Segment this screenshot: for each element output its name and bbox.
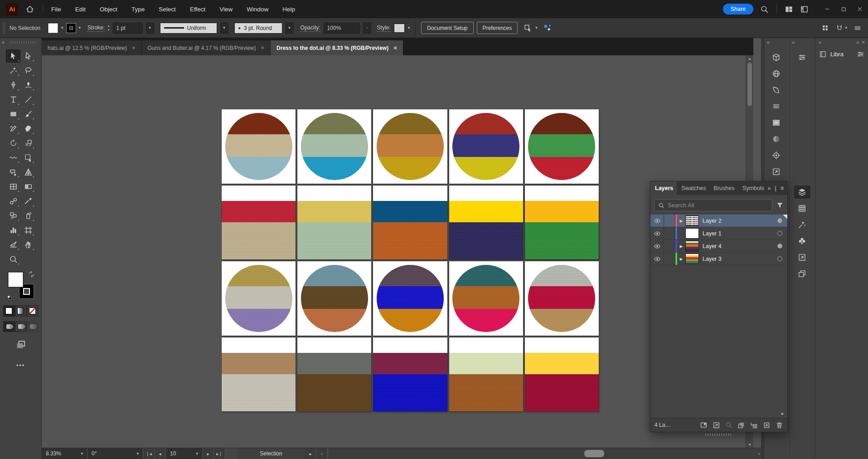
fill-color-swatch[interactable] [48, 23, 58, 33]
layer-thumbnail[interactable] [685, 241, 699, 251]
expand-chevrons[interactable]: » [856, 39, 859, 45]
layer-row-layer-3[interactable]: ▶Layer 3 [650, 253, 787, 265]
expand-dock-chevrons[interactable]: « [792, 39, 795, 45]
draw-inside-button[interactable] [27, 321, 39, 332]
panel-icon-magic-wand[interactable] [794, 218, 810, 231]
tool-mesh[interactable] [6, 181, 20, 193]
expand-chevrons[interactable]: » [768, 185, 771, 191]
lock-toggle-cell[interactable] [664, 253, 675, 265]
menu-view[interactable]: View [219, 6, 233, 13]
tool-zoom[interactable] [6, 253, 20, 265]
artboard-cell-r2-c1[interactable] [222, 186, 296, 260]
chevron-down-icon[interactable]: ▾ [408, 26, 410, 30]
scroll-up-icon[interactable]: ▴ [746, 56, 753, 61]
panel-tab-brushes[interactable]: Brushes [709, 181, 738, 195]
preferences-button[interactable]: Preferences [477, 22, 518, 34]
artboard-cell-r3-c2[interactable] [297, 261, 371, 336]
tool-blend[interactable] [6, 195, 20, 207]
chevron-down-icon[interactable]: ▾ [286, 23, 294, 34]
menu-object[interactable]: Object [100, 6, 117, 13]
lock-toggle-cell[interactable] [664, 215, 675, 227]
panel-menu-icon[interactable] [853, 24, 862, 32]
artboard-cell-r1-c4[interactable] [449, 109, 523, 184]
layer-thumbnail[interactable] [685, 254, 699, 264]
scroll-left-icon[interactable]: ‹ [316, 448, 328, 459]
lock-toggle-cell[interactable] [664, 240, 675, 252]
panel-icon-swatch-grid[interactable] [794, 202, 810, 215]
arrange-documents-icon[interactable] [785, 5, 793, 14]
visibility-eye-icon[interactable] [650, 253, 664, 265]
expand-chevron-icon[interactable]: ▶ [677, 219, 685, 223]
layer-row-layer-2[interactable]: ▶Layer 2 [650, 215, 787, 227]
tool-slice[interactable] [6, 239, 20, 251]
panel-icon-sphere[interactable] [768, 132, 785, 146]
tool-direct-selection[interactable] [21, 50, 35, 62]
brush-definition-field[interactable]: ● 3 pt. Round [234, 23, 282, 34]
current-tool-indicator[interactable]: Selection [237, 448, 305, 459]
panel-icon-symbols-clover[interactable] [794, 234, 810, 248]
tool-line-segment[interactable] [21, 93, 35, 106]
none-button[interactable] [27, 305, 39, 317]
status-flyout-button[interactable]: ▸ [305, 448, 316, 459]
target-circle[interactable] [777, 256, 782, 261]
menu-type[interactable]: Type [131, 6, 145, 13]
tool-scale[interactable] [21, 137, 35, 149]
expand-dock-chevrons[interactable]: « [767, 39, 770, 45]
tool-rectangle[interactable] [6, 108, 20, 120]
menu-edit[interactable]: Edit [75, 6, 86, 13]
chevron-down-icon[interactable]: ▾ [61, 26, 63, 30]
artboard-cell-r2-c4[interactable] [449, 186, 523, 260]
gradient-button[interactable] [15, 305, 27, 317]
panel-icon-artboards-overlap[interactable] [794, 267, 810, 280]
last-artboard-button[interactable]: ▸❘ [214, 448, 225, 459]
vertical-scroll-thumb[interactable] [747, 63, 752, 106]
stroke-weight-stepper[interactable]: ▴▾ [108, 24, 110, 31]
tool-eraser[interactable] [21, 122, 35, 135]
tool-free-transform[interactable] [21, 151, 35, 164]
tab-close-icon[interactable]: × [393, 44, 397, 51]
tool-curvature[interactable] [21, 79, 35, 91]
document-tab[interactable]: Guns and Butter.ai @ 4.17 % (RGB/Preview… [142, 40, 271, 55]
tool-symbols[interactable] [6, 210, 20, 222]
target-circle[interactable] [777, 244, 782, 249]
draw-behind-button[interactable] [15, 321, 27, 332]
workspace-switcher-icon[interactable] [800, 5, 809, 14]
swap-fill-stroke-icon[interactable] [28, 271, 35, 278]
home-icon[interactable] [25, 5, 34, 14]
tool-shaper[interactable] [6, 122, 20, 135]
menu-help[interactable]: Help [282, 6, 295, 13]
horizontal-scroll-thumb[interactable] [584, 450, 604, 457]
isolate-selection-icon[interactable] [524, 24, 532, 32]
target-circle[interactable] [777, 231, 782, 236]
tool-graph[interactable] [6, 224, 20, 236]
chevron-down-icon[interactable]: ▾ [146, 23, 154, 34]
canvas[interactable]: ▴ ▾ [42, 55, 753, 448]
style-label[interactable]: Style: [377, 24, 391, 32]
opacity-flyout-arrow[interactable]: › [363, 23, 371, 34]
width-profile-field[interactable]: Uniform [160, 23, 217, 34]
artboard-cell-r1-c1[interactable] [222, 109, 296, 184]
export-selection-icon[interactable] [713, 421, 720, 429]
snap-options[interactable]: ▾ [835, 24, 847, 32]
artboard-cell-r2-c3[interactable] [373, 186, 447, 260]
panel-icon-image[interactable] [768, 116, 785, 129]
menu-effect[interactable]: Effect [190, 6, 205, 13]
collapse-panel-chevrons[interactable]: « [2, 39, 5, 45]
tool-pen[interactable] [6, 79, 20, 91]
layer-thumbnail[interactable] [685, 215, 699, 226]
previous-artboard-button[interactable]: ◂ [155, 448, 166, 459]
drag-grip[interactable] [10, 41, 37, 44]
panel-menu-icon[interactable]: ≡ [781, 185, 784, 191]
panel-grip[interactable] [3, 22, 5, 34]
panel-icon-menu-lines[interactable] [768, 100, 785, 113]
panel-icon-sliders[interactable] [794, 51, 810, 64]
rotation-field[interactable]: 0°▾ [87, 448, 143, 459]
document-tab[interactable]: Dress to the dot.ai @ 8.33 % (RGB/Previe… [271, 40, 403, 55]
make-clipping-mask-icon[interactable] [737, 421, 745, 429]
artboard-cell-r4-c3[interactable] [373, 337, 447, 412]
align-grid-icon[interactable] [821, 24, 829, 32]
screen-mode-button[interactable] [15, 339, 26, 350]
filter-icon[interactable] [776, 201, 784, 209]
visibility-eye-icon[interactable] [650, 215, 664, 227]
minimize-button[interactable] [819, 0, 835, 18]
